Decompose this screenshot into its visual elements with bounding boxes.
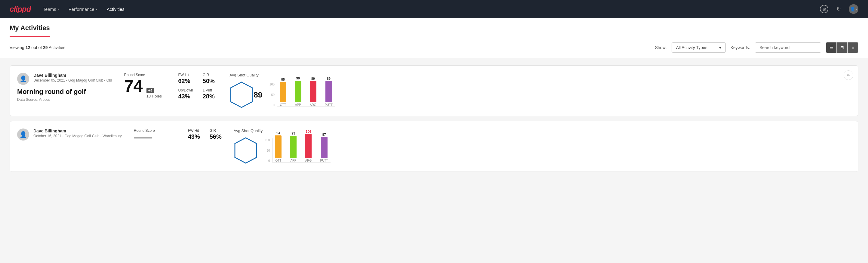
activities-list: ✏ 👤 Dave Billingham December 05, 2021 - …	[0, 58, 868, 179]
user-meta: October 16, 2021 - Gog Magog Golf Club -…	[33, 134, 122, 138]
bar-putt: 87 PUTT	[320, 133, 328, 162]
bar-ott-fill	[280, 82, 286, 102]
bar-ott: 85 OTT	[280, 78, 286, 107]
avg-shot-quality-section: Avg Shot Quality 100 50 0	[234, 128, 851, 164]
bar-putt-fill	[326, 81, 332, 102]
nav-item-performance[interactable]: Performance ▾	[69, 7, 97, 12]
compact-view-button[interactable]: ≡	[847, 42, 858, 53]
updown-stat: Up/Down 43%	[178, 88, 193, 100]
list-icon: ☰	[830, 45, 833, 50]
svg-marker-0	[231, 82, 252, 108]
bar-arg: 89 ARG	[310, 77, 316, 107]
bar-ott-fill	[275, 136, 281, 158]
avatar[interactable]: 👤 ▾	[849, 4, 858, 14]
bar-putt: 89 PUTT	[325, 77, 333, 107]
page-header: My Activities	[0, 18, 868, 37]
bars-container: 85 OTT 90 APP	[277, 83, 335, 107]
avatar: 👤	[17, 128, 29, 141]
hexagon-shape	[234, 137, 258, 164]
user-name: Dave Billingham	[33, 73, 112, 78]
grid-icon: ⊞	[840, 45, 844, 50]
bar-arg: 106 ARG	[305, 130, 312, 162]
hex-score: 89	[253, 90, 262, 99]
round-score-label: Round Score	[134, 128, 176, 133]
activity-card: ✏ 👤 Dave Billingham December 05, 2021 - …	[10, 65, 858, 116]
activity-user-section: 👤 Dave Billingham December 05, 2021 - Go…	[17, 73, 112, 102]
view-toggles: ☰ ⊞ ≡	[826, 42, 858, 53]
nav-item-teams[interactable]: Teams ▾	[43, 7, 59, 12]
user-meta: December 05, 2021 - Gog Magog Golf Club …	[33, 78, 112, 83]
bar-chart: 100 50 0 94 OTT 93	[265, 139, 331, 163]
nav-items: Teams ▾ Performance ▾ Activities	[43, 7, 808, 12]
bar-putt-fill	[321, 137, 328, 158]
list-view-button[interactable]: ☰	[826, 42, 837, 53]
user-icon: 👤	[20, 75, 27, 83]
refresh-icon[interactable]: ↻	[834, 5, 843, 13]
filter-bar: Viewing 12 out of 29 Activities Show: Al…	[0, 37, 868, 58]
stats-grid: FW Hit 62% GIR 50% Up/Down 43% 1 Putt 28…	[178, 73, 217, 100]
bars-container: 94 OTT 93 APP 106	[272, 139, 330, 163]
big-score: 74	[124, 78, 143, 94]
activity-user-section: 👤 Dave Billingham October 16, 2021 - Gog…	[17, 128, 122, 143]
show-label: Show:	[655, 45, 667, 50]
avg-shot-quality-section: Avg Shot Quality 89 100 50 0	[229, 73, 851, 109]
round-score-section: Round Score 74 +4 18 Holes	[124, 73, 166, 99]
hex-score-container	[234, 137, 258, 164]
nav-item-activities[interactable]: Activities	[107, 7, 125, 12]
add-icon[interactable]: ⊕	[820, 5, 828, 13]
fw-hit-stat: FW Hit 43%	[188, 128, 200, 140]
avatar-icon: 👤	[850, 7, 855, 11]
chart-y-axis: 100 50 0	[270, 83, 276, 107]
compact-icon: ≡	[852, 45, 854, 50]
bar-chart: 100 50 0 85 OTT	[270, 83, 335, 107]
bar-app: 93 APP	[290, 132, 297, 162]
score-badge: +4	[147, 88, 154, 93]
user-info: Dave Billingham December 05, 2021 - Gog …	[33, 73, 112, 83]
bar-app-fill	[295, 81, 301, 102]
svg-marker-1	[235, 138, 256, 163]
chevron-down-icon: ▾	[856, 7, 857, 11]
score-section: 74 +4 18 Holes	[124, 78, 166, 99]
logo[interactable]: clippd	[10, 4, 31, 14]
one-putt-stat: 1 Putt 28%	[203, 88, 217, 100]
gir-stat: GIR 50%	[203, 73, 217, 85]
score-placeholder	[134, 138, 152, 139]
bar-arg-fill	[310, 81, 316, 102]
holes-text: 18 Holes	[147, 94, 162, 98]
chevron-down-icon: ▾	[96, 7, 97, 11]
user-info: Dave Billingham October 16, 2021 - Gog M…	[33, 128, 122, 138]
activity-title: Morning round of golf	[17, 88, 112, 96]
chevron-down-icon: ▾	[57, 7, 59, 11]
data-source: Data Source: Arccos	[17, 97, 112, 102]
grid-view-button[interactable]: ⊞	[837, 42, 847, 53]
card-header: 👤 Dave Billingham December 05, 2021 - Go…	[17, 73, 112, 85]
bar-app: 90 APP	[295, 77, 301, 107]
search-input[interactable]	[755, 42, 821, 53]
navbar: clippd Teams ▾ Performance ▾ Activities …	[0, 0, 868, 18]
keywords-label: Keywords:	[731, 45, 750, 50]
user-icon: 👤	[20, 131, 27, 138]
user-name: Dave Billingham	[33, 128, 122, 133]
hexagon-shape	[229, 81, 253, 109]
viewing-count-text: Viewing 12 out of 29 Activities	[10, 45, 650, 50]
bar-ott: 94 OTT	[275, 131, 281, 162]
round-score-section: Round Score	[134, 128, 176, 139]
bar-app-fill	[290, 136, 297, 158]
activity-card: 👤 Dave Billingham October 16, 2021 - Gog…	[10, 121, 858, 172]
avg-quality-label: Avg Shot Quality	[234, 128, 851, 133]
avg-quality-label: Avg Shot Quality	[229, 73, 851, 77]
chart-y-axis: 100 50 0	[265, 139, 271, 163]
nav-right: ⊕ ↻ 👤 ▾	[820, 4, 858, 14]
gir-stat: GIR 56%	[210, 128, 222, 140]
bar-arg-fill	[305, 134, 312, 158]
avatar: 👤	[17, 73, 29, 85]
card-header: 👤 Dave Billingham October 16, 2021 - Gog…	[17, 128, 122, 141]
stats-grid: FW Hit 43% GIR 56%	[188, 128, 222, 140]
activity-type-select[interactable]: All Activity Types ▾	[672, 42, 726, 53]
page-title: My Activities	[10, 24, 50, 37]
hex-score-container: 89	[229, 81, 262, 109]
chevron-down-icon: ▾	[719, 45, 721, 50]
fw-hit-stat: FW Hit 62%	[178, 73, 193, 85]
edit-button[interactable]: ✏	[844, 70, 853, 80]
